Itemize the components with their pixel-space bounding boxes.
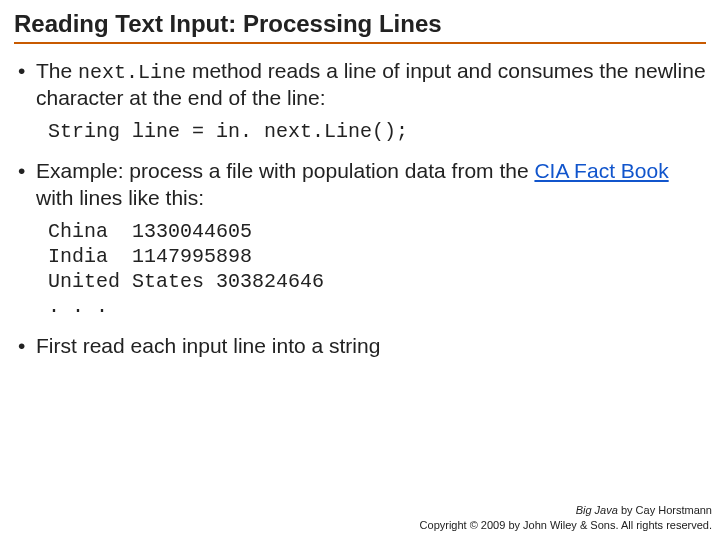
- bullet-list-3: First read each input line into a string: [14, 333, 706, 359]
- bullet-1-code: next.Line: [78, 61, 186, 84]
- footer-book: Big Java: [576, 504, 618, 516]
- bullet-2: Example: process a file with population …: [14, 158, 706, 211]
- bullet-list: The next.Line method reads a line of inp…: [14, 58, 706, 111]
- footer-copyright: Copyright © 2009 by John Wiley & Sons. A…: [420, 518, 712, 532]
- bullet-list-2: Example: process a file with population …: [14, 158, 706, 211]
- slide-title: Reading Text Input: Processing Lines: [14, 10, 706, 44]
- code-block-2: China 1330044605 India 1147995898 United…: [48, 219, 706, 319]
- footer-author: by Cay Horstmann: [618, 504, 712, 516]
- slide: Reading Text Input: Processing Lines The…: [0, 0, 720, 359]
- bullet-1-pre: The: [36, 59, 78, 82]
- bullet-2-post: with lines like this:: [36, 186, 204, 209]
- cia-fact-book-link[interactable]: CIA Fact Book: [534, 159, 668, 182]
- footer: Big Java by Cay Horstmann Copyright © 20…: [420, 503, 712, 532]
- bullet-3: First read each input line into a string: [14, 333, 706, 359]
- bullet-1: The next.Line method reads a line of inp…: [14, 58, 706, 111]
- bullet-2-pre: Example: process a file with population …: [36, 159, 534, 182]
- footer-line-1: Big Java by Cay Horstmann: [420, 503, 712, 517]
- code-block-1: String line = in. next.Line();: [48, 119, 706, 144]
